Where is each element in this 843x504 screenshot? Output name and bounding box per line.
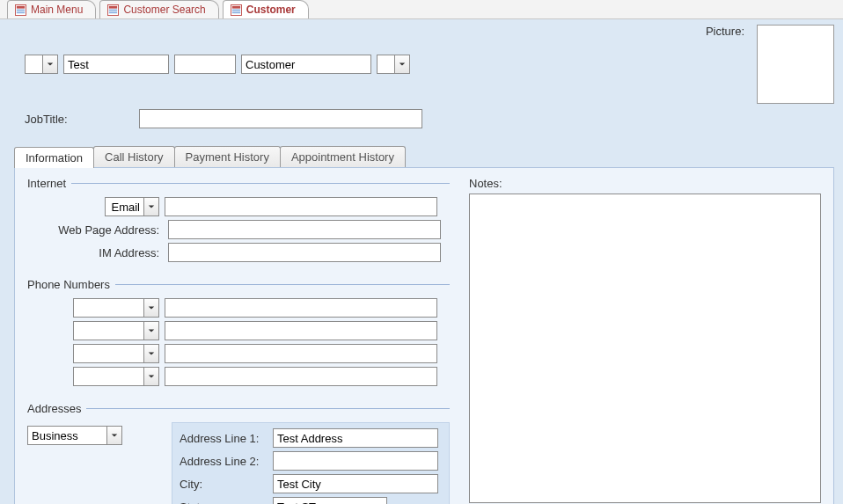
form-icon xyxy=(231,4,242,16)
chevron-down-icon[interactable] xyxy=(394,55,410,74)
notes-label: Notes: xyxy=(469,177,821,190)
chevron-down-icon[interactable] xyxy=(143,197,159,216)
name-row: Picture: xyxy=(9,25,834,104)
svg-rect-5 xyxy=(109,5,117,8)
svg-rect-1 xyxy=(17,5,25,8)
tab-call-history[interactable]: Call History xyxy=(93,146,174,167)
svg-rect-7 xyxy=(109,11,117,13)
tab-appointment-history[interactable]: Appointment History xyxy=(280,146,406,167)
sub-tabs: Information Call History Payment History… xyxy=(14,146,834,167)
phone-section: Phone Numbers xyxy=(27,278,450,390)
tab-information[interactable]: Information xyxy=(14,147,94,168)
first-name-input[interactable] xyxy=(63,55,169,74)
picture-block: Picture: xyxy=(706,25,834,104)
chevron-down-icon[interactable] xyxy=(143,321,159,340)
chevron-down-icon[interactable] xyxy=(106,426,122,445)
svg-rect-9 xyxy=(232,5,240,8)
internet-legend: Internet xyxy=(27,177,71,190)
sub-tabs-wrap: Information Call History Payment History… xyxy=(14,146,834,504)
prefix-input[interactable] xyxy=(25,55,42,74)
chevron-down-icon[interactable] xyxy=(143,367,159,386)
phone-row xyxy=(27,367,450,386)
suffix-input[interactable] xyxy=(377,55,394,74)
im-address-label: IM Address: xyxy=(27,246,159,259)
svg-rect-10 xyxy=(232,9,240,11)
address-line1-label: Address Line 1: xyxy=(180,432,268,445)
tab-payment-history[interactable]: Payment History xyxy=(174,146,281,167)
phone-row xyxy=(27,298,450,318)
web-page-label: Web Page Address: xyxy=(27,223,159,237)
phone-legend: Phone Numbers xyxy=(27,278,115,291)
information-panel: Internet Web Page Address: xyxy=(14,167,834,504)
notes-textarea[interactable] xyxy=(469,194,821,503)
email-type-combo[interactable] xyxy=(105,197,159,216)
tab-customer-search[interactable]: Customer Search xyxy=(99,0,218,18)
tab-customer[interactable]: Customer xyxy=(223,0,309,18)
tab-customer-search-label: Customer Search xyxy=(123,4,205,16)
phone-number-input[interactable] xyxy=(165,367,437,386)
tab-customer-label: Customer xyxy=(246,4,296,16)
city-input[interactable] xyxy=(273,474,438,493)
phone-number-input[interactable] xyxy=(165,321,437,340)
address-type-input[interactable] xyxy=(27,426,106,445)
phone-type-input[interactable] xyxy=(73,367,143,386)
phone-type-input[interactable] xyxy=(73,298,143,318)
chevron-down-icon[interactable] xyxy=(143,298,159,318)
job-title-input[interactable] xyxy=(139,109,422,128)
form-icon xyxy=(15,4,26,16)
email-type-input[interactable] xyxy=(105,197,143,216)
phone-number-input[interactable] xyxy=(165,344,437,363)
phone-row xyxy=(27,321,450,340)
job-title-label: JobTitle: xyxy=(25,113,130,126)
phone-row xyxy=(27,344,450,363)
prefix-combo[interactable] xyxy=(25,55,58,74)
svg-rect-6 xyxy=(109,9,117,11)
notes-column: Notes: xyxy=(469,177,821,504)
state-input[interactable] xyxy=(273,497,387,504)
phone-type-combo[interactable] xyxy=(73,367,159,386)
address-line1-input[interactable] xyxy=(273,428,438,448)
svg-rect-3 xyxy=(17,11,25,13)
internet-section: Internet Web Page Address: xyxy=(27,177,450,266)
addresses-legend: Addresses xyxy=(27,402,86,415)
phone-type-combo[interactable] xyxy=(73,298,159,318)
form-icon xyxy=(107,4,119,16)
city-label: City: xyxy=(180,478,268,491)
customer-form: Picture: JobTitle: Information Call Hist… xyxy=(0,19,843,504)
phone-number-input[interactable] xyxy=(165,298,437,318)
chevron-down-icon[interactable] xyxy=(143,344,159,363)
address-type-combo[interactable] xyxy=(27,426,122,445)
svg-rect-2 xyxy=(17,9,25,11)
tab-main-menu[interactable]: Main Menu xyxy=(7,0,96,18)
state-label: State: xyxy=(180,500,268,505)
address-line2-input[interactable] xyxy=(273,451,438,471)
window-tabs: Main Menu Customer Search Customer xyxy=(0,0,843,19)
tab-main-menu-label: Main Menu xyxy=(31,4,83,16)
phone-type-combo[interactable] xyxy=(73,344,159,363)
web-page-input[interactable] xyxy=(168,220,441,239)
svg-rect-11 xyxy=(232,11,240,13)
im-address-input[interactable] xyxy=(168,243,441,262)
job-title-row: JobTitle: xyxy=(9,109,834,128)
phone-type-input[interactable] xyxy=(73,344,143,363)
picture-label: Picture: xyxy=(706,25,744,38)
suffix-combo[interactable] xyxy=(377,55,410,74)
addresses-section: Addresses Address Line 1: xyxy=(27,402,450,504)
email-input[interactable] xyxy=(165,197,437,216)
phone-type-combo[interactable] xyxy=(73,321,159,340)
last-name-input[interactable] xyxy=(241,55,371,74)
chevron-down-icon[interactable] xyxy=(42,55,58,74)
middle-name-input[interactable] xyxy=(174,55,236,74)
address-fields: Address Line 1: Address Line 2: City: xyxy=(172,422,450,504)
phone-type-input[interactable] xyxy=(73,321,143,340)
picture-box[interactable] xyxy=(757,25,834,104)
address-line2-label: Address Line 2: xyxy=(180,455,268,468)
